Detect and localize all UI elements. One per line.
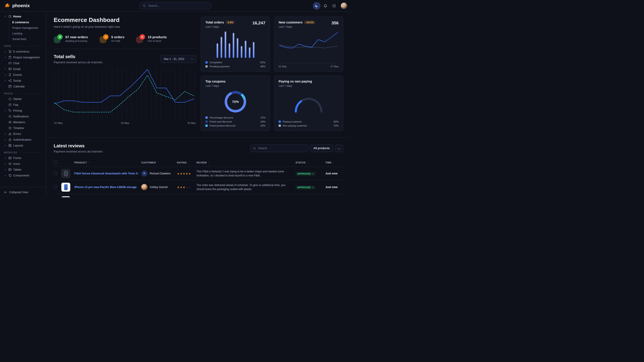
user-avatar[interactable] <box>340 2 347 9</box>
caret-icon: ▸ <box>4 163 7 165</box>
column-header-customer[interactable]: CUSTOMER <box>141 161 177 164</box>
new-customers-value: 356 <box>332 20 338 25</box>
total-orders-legend: Completed52%Pending payment48% <box>206 61 266 68</box>
sidebar-subitems: E commerceProject managementLandingSocia… <box>9 19 44 42</box>
sidebar-item-home[interactable]: ▸Home <box>3 13 44 19</box>
legend-swatch <box>206 120 208 123</box>
caret-icon: ▸ <box>4 133 7 135</box>
sort-icon <box>208 161 210 164</box>
dashboard-right-column: Total orders -6.8% Last 7 days 16,247 Co… <box>201 16 343 131</box>
sidebar-item-starter[interactable]: ▸Starter <box>3 96 44 102</box>
top-coupons-legend: Percentage discount72%Fixed card discoun… <box>206 116 266 127</box>
row-checkbox[interactable] <box>54 171 57 175</box>
sidebar-item-errors[interactable]: ▸Errors <box>3 131 44 137</box>
bar <box>216 43 218 58</box>
brand[interactable]: phoenix <box>4 2 30 9</box>
row-checkbox[interactable] <box>54 185 57 188</box>
sidebar-item-notifications[interactable]: ▸Notifications <box>3 113 44 119</box>
rating-stars: ★★★★★ <box>177 172 196 175</box>
date-range-select[interactable]: Mar 1 - 31, 2022 <box>160 55 196 63</box>
top-navbar: phoenix <box>0 0 351 12</box>
reviews-subtitle: Payment received across all channels <box>54 150 102 153</box>
sidebar-item-members[interactable]: ▸Members <box>3 119 44 125</box>
column-header-time[interactable]: TIME <box>325 161 343 164</box>
legend-label: Percentage discount <box>210 116 233 119</box>
donut-center-value: 72% <box>232 100 239 103</box>
review-time: Just now <box>325 172 343 175</box>
card-period: Last 7 days <box>278 84 338 87</box>
select-all-checkbox[interactable] <box>54 161 57 164</box>
clipboard-icon <box>8 56 12 59</box>
x-label: 15 May <box>121 122 129 124</box>
total-orders-value: 16,247 <box>252 20 266 25</box>
sidebar-item-label: Members <box>13 120 25 124</box>
legend-non-paying-customer: Non-paying customer70% <box>278 124 338 127</box>
navbar-actions <box>313 2 347 9</box>
column-header-review[interactable]: REVIEW <box>196 161 296 164</box>
sidebar-item-layouts[interactable]: ▸Layouts <box>3 142 44 148</box>
notifications-button[interactable] <box>322 2 329 9</box>
pie-icon <box>8 15 12 18</box>
sidebar-item-email[interactable]: ▸Email <box>3 66 44 72</box>
sidebar-item-events[interactable]: ▸Events <box>3 72 44 78</box>
sidebar-item-chat[interactable]: ▸Chat <box>3 60 44 66</box>
stat-value: 5 orders <box>111 35 124 39</box>
stat-on-hold: 5 ordersOn hold <box>100 34 124 43</box>
more-options-button[interactable]: ... <box>335 144 343 152</box>
grid-dots-icon <box>332 4 336 7</box>
chat-icon <box>8 61 12 65</box>
sidebar-item-project-management[interactable]: ▸Project management <box>3 54 44 60</box>
sidebar-item-label: Email <box>13 67 20 71</box>
reviews-search-input[interactable] <box>258 146 306 150</box>
sidebar-item-project-management[interactable]: Project management <box>9 25 44 31</box>
sidebar-item-icons[interactable]: ▸Icons <box>3 161 44 167</box>
sidebar-item-e-commerce[interactable]: ▸E commerce <box>3 48 44 54</box>
share-icon <box>8 79 12 82</box>
sidebar-item-social-feed[interactable]: Social feed <box>9 36 44 42</box>
product-thumbnail-phone <box>61 183 70 192</box>
sidebar-section-label-apps: APPS <box>4 45 44 47</box>
stat-caption: Awating processing <box>65 39 88 42</box>
stat-value: 57 new orders <box>65 35 88 39</box>
product-link[interactable]: Fitbit Sense Advanced Smartwatch with To… <box>74 172 138 175</box>
global-search-box[interactable] <box>140 2 212 9</box>
puzzle-icon <box>8 174 12 177</box>
change-badge: -6.8% <box>226 20 234 24</box>
dashboard-left-column: Ecommerce Dashboard Here's what's going … <box>54 16 196 131</box>
legend-swatch <box>206 61 208 63</box>
sidebar-item-calendar[interactable]: ▸Calendar <box>3 83 44 89</box>
sidebar-item-forms[interactable]: ▸Forms <box>3 155 44 161</box>
legend-percentage-discount: Percentage discount72% <box>206 116 266 119</box>
legend-value: 48% <box>260 65 266 68</box>
theme-toggle-button[interactable] <box>313 2 320 9</box>
sidebar-item-tables[interactable]: ▸Tables <box>3 167 44 172</box>
paying-gauge-chart <box>278 87 338 120</box>
collapsed-view-toggle[interactable]: Collapsed View <box>0 187 46 197</box>
global-search-input[interactable] <box>148 4 208 7</box>
paying-legend: Paying customer30%Non-paying customer70% <box>278 120 338 127</box>
sidebar-item-components[interactable]: ▸Components <box>3 172 44 178</box>
sidebar-item-e-commerce[interactable]: E commerce <box>9 19 44 25</box>
collapsed-view-label: Collapsed View <box>9 191 28 194</box>
table-row-partial <box>54 194 343 197</box>
column-header-rating[interactable]: RATING <box>177 161 196 164</box>
sidebar-item-faq[interactable]: ▸Faq <box>3 102 44 107</box>
sidebar-item-label: Starter <box>13 97 22 101</box>
product-link[interactable]: iPhone 13 pro max-Pacific Blue-128GB sto… <box>74 186 138 189</box>
sidebar-item-landing[interactable]: Landing <box>9 31 44 36</box>
reviews-toolbar: All products ... <box>250 144 343 152</box>
column-header-status[interactable]: STATUS <box>296 161 325 164</box>
column-header-product[interactable]: PRODUCT <box>74 161 141 164</box>
customer-name: Ashley Garrett <box>150 186 168 189</box>
reviews-search-box[interactable] <box>250 144 308 152</box>
status-badge: APPROVED <box>296 186 316 189</box>
caret-icon: ▸ <box>4 73 7 76</box>
all-products-button[interactable]: All products <box>310 144 333 152</box>
sidebar-item-pricing[interactable]: ▸Pricing <box>3 107 44 113</box>
sidebar-item-social[interactable]: ▸Social <box>3 78 44 83</box>
bar <box>225 31 226 58</box>
form-icon <box>8 156 12 160</box>
apps-menu-button[interactable] <box>330 2 338 9</box>
sidebar-item-timeline[interactable]: ▸Timeline <box>3 125 44 131</box>
sidebar-item-authentication[interactable]: ▸Authentication <box>3 137 44 142</box>
